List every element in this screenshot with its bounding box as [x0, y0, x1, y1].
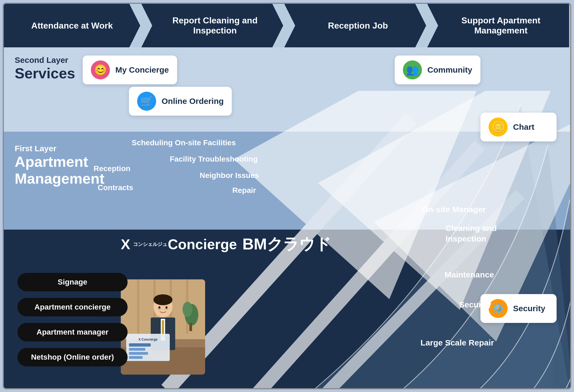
svg-point-25 [166, 306, 167, 308]
nav-arrow-1: Attendance at Work [4, 4, 140, 47]
onsite-manager-text: On-site Manager [422, 205, 486, 214]
chart-icon: 🪙 [489, 118, 508, 137]
community-card: 👥 Community [395, 55, 480, 84]
svg-rect-8 [137, 279, 139, 334]
apartment-manager-btn[interactable]: Apartment manager [17, 323, 128, 341]
second-layer-label: Second Layer Services [15, 55, 75, 82]
main-content: Second Layer Services First Layer Apartm… [4, 47, 570, 388]
online-ordering-card: 🛒 Online Ordering [129, 87, 232, 116]
contracts-text: Contracts [98, 183, 133, 192]
pill-buttons-container: Signage Apartment concierge Apartment ma… [17, 273, 128, 366]
my-concierge-icon: 😊 [91, 60, 110, 79]
bottom-section: X コンシェルジュ Concierge BMクラウド [4, 222, 570, 388]
online-ordering-icon: 🛒 [137, 92, 156, 111]
nav-arrow-2: Report Cleaning and Inspection [141, 4, 283, 47]
first-layer-label: First Layer Apartment Management [15, 144, 104, 187]
svg-point-24 [159, 306, 160, 308]
nav-arrow-3: Reception Job [284, 4, 426, 47]
person-image: X Concierge [121, 279, 205, 375]
my-concierge-card: 😊 My Concierge [83, 55, 177, 84]
signage-btn[interactable]: Signage [17, 273, 128, 291]
person-svg: X Concierge [121, 279, 205, 375]
nav-arrow-4: Support Apartment Management [427, 4, 569, 47]
netshop-btn[interactable]: Netshop (Online order) [17, 348, 128, 366]
svg-point-18 [153, 294, 172, 305]
scheduling-text: Scheduling On-site Facilities [132, 138, 236, 147]
apartment-concierge-btn[interactable]: Apartment concierge [17, 298, 128, 316]
svg-rect-30 [129, 352, 148, 355]
svg-text:X Concierge: X Concierge [138, 338, 158, 341]
main-container: Attendance at Work Report Cleaning and I… [3, 3, 571, 389]
chart-card: 🪙 Chart [480, 113, 557, 141]
facility-text: Facility Troubleshooting [170, 155, 258, 163]
neighbor-text: Neighbor Issues [200, 171, 259, 180]
svg-rect-29 [129, 348, 145, 351]
xconcierge-logo: X コンシェルジュ Concierge BMクラウド [121, 234, 331, 255]
svg-rect-31 [129, 356, 143, 359]
reception-text: Reception [94, 164, 130, 173]
community-icon: 👥 [403, 60, 422, 79]
svg-point-13 [183, 302, 192, 317]
svg-rect-28 [129, 343, 151, 347]
repair-text: Repair [232, 186, 256, 195]
top-nav: Attendance at Work Report Cleaning and I… [4, 4, 570, 47]
svg-rect-14 [189, 323, 192, 331]
